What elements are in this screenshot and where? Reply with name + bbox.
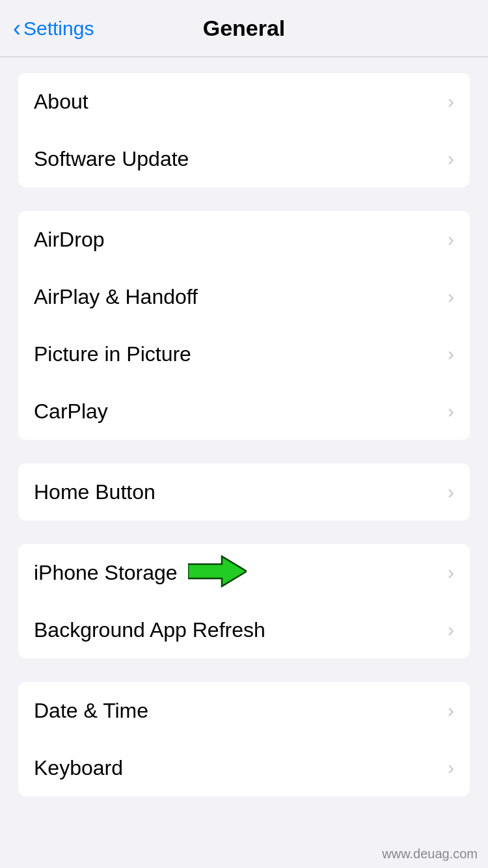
carplay-row-right: › [448, 400, 454, 422]
page-title: General [203, 16, 286, 41]
home-button-chevron-icon: › [448, 481, 454, 503]
iphone-storage-row[interactable]: iPhone Storage › [18, 544, 470, 601]
picture-in-picture-row[interactable]: Picture in Picture › [18, 325, 470, 383]
iphone-storage-row-content: iPhone Storage [34, 554, 247, 591]
section-group-3: Home Button › [18, 463, 470, 521]
back-chevron-icon: ‹ [13, 17, 21, 40]
section-group-2: AirDrop › AirPlay & Handoff › Picture in… [18, 211, 470, 440]
section-group-1: About › Software Update › [18, 73, 470, 187]
background-app-refresh-row[interactable]: Background App Refresh › [18, 601, 470, 658]
carplay-row[interactable]: CarPlay › [18, 383, 470, 440]
airdrop-row-right: › [448, 228, 454, 251]
back-button[interactable]: ‹ Settings [13, 17, 94, 40]
airdrop-chevron-icon: › [448, 228, 454, 251]
keyboard-row-right: › [448, 757, 454, 779]
carplay-chevron-icon: › [448, 400, 454, 422]
settings-content: About › Software Update › AirDrop › AirP… [0, 57, 488, 835]
software-update-row-right: › [448, 148, 454, 170]
svg-marker-0 [188, 556, 247, 586]
airplay-handoff-row-right: › [448, 286, 454, 308]
date-time-row[interactable]: Date & Time › [18, 682, 470, 739]
watermark: www.deuag.com [382, 847, 478, 861]
background-app-refresh-row-right: › [448, 619, 454, 641]
airplay-handoff-row[interactable]: AirPlay & Handoff › [18, 268, 470, 325]
iphone-storage-row-right: › [448, 562, 454, 584]
home-button-row-right: › [448, 481, 454, 503]
back-label: Settings [23, 18, 94, 40]
nav-bar: ‹ Settings General [0, 0, 488, 57]
background-app-refresh-label: Background App Refresh [34, 618, 265, 642]
about-row[interactable]: About › [18, 73, 470, 130]
about-chevron-icon: › [448, 90, 454, 113]
about-row-right: › [448, 90, 454, 113]
iphone-storage-chevron-icon: › [448, 562, 454, 584]
airdrop-row[interactable]: AirDrop › [18, 211, 470, 268]
picture-in-picture-row-right: › [448, 343, 454, 365]
section-group-4: iPhone Storage › Background App Refresh … [18, 544, 470, 658]
software-update-row[interactable]: Software Update › [18, 130, 470, 187]
iphone-storage-label: iPhone Storage [34, 561, 178, 585]
picture-in-picture-chevron-icon: › [448, 343, 454, 365]
home-button-label: Home Button [34, 480, 156, 504]
carplay-label: CarPlay [34, 400, 108, 424]
green-arrow-annotation [188, 554, 247, 591]
software-update-label: Software Update [34, 147, 189, 171]
section-group-5: Date & Time › Keyboard › [18, 682, 470, 796]
home-button-row[interactable]: Home Button › [18, 463, 470, 521]
picture-in-picture-label: Picture in Picture [34, 342, 191, 366]
keyboard-label: Keyboard [34, 756, 123, 780]
keyboard-row[interactable]: Keyboard › [18, 739, 470, 796]
software-update-chevron-icon: › [448, 148, 454, 170]
date-time-chevron-icon: › [448, 699, 454, 722]
about-label: About [34, 90, 88, 114]
airdrop-label: AirDrop [34, 228, 104, 252]
keyboard-chevron-icon: › [448, 757, 454, 779]
airplay-handoff-label: AirPlay & Handoff [34, 285, 198, 309]
date-time-label: Date & Time [34, 699, 148, 723]
background-app-refresh-chevron-icon: › [448, 619, 454, 641]
date-time-row-right: › [448, 699, 454, 722]
airplay-handoff-chevron-icon: › [448, 286, 454, 308]
